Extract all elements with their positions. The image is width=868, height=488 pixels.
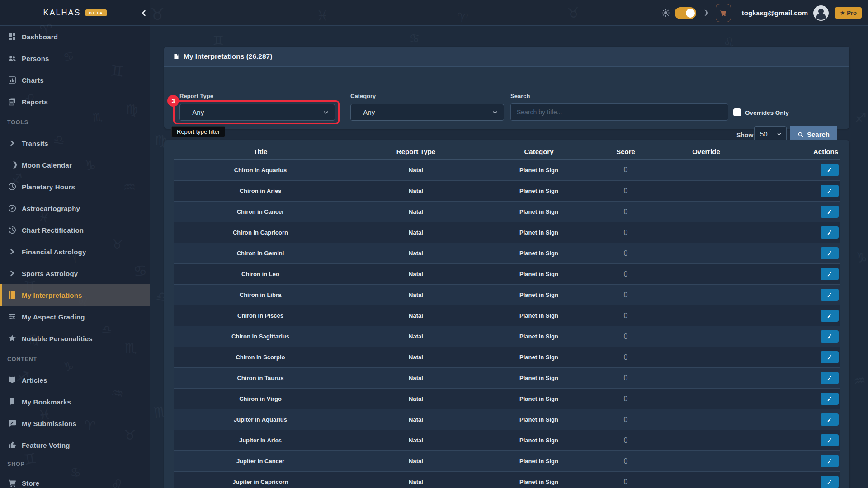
cell-score: 0 (593, 416, 658, 424)
pencil-icon (827, 438, 832, 443)
table-row[interactable]: Chiron in Sagittarius Natal Planet in Si… (174, 326, 840, 347)
table-row[interactable]: Jupiter in Cancer Natal Planet in Sign 0 (174, 450, 840, 471)
edit-button[interactable] (821, 393, 839, 405)
sidebar-section-label: TOOLS (0, 113, 150, 132)
pencil-icon (827, 417, 832, 422)
zodiac-glyph: ♒ (853, 373, 867, 388)
search-icon (797, 131, 804, 138)
cell-title: Jupiter in Cancer (174, 458, 347, 465)
cell-title: Jupiter in Capricorn (174, 479, 347, 485)
sidebar-item-store[interactable]: Store (0, 472, 150, 488)
cell-title: Chiron in Scorpio (174, 354, 347, 361)
category-select[interactable]: -- Any -- (350, 104, 504, 121)
edit-button[interactable] (821, 434, 839, 446)
sidebar-item-planetary-hours[interactable]: Planetary Hours (0, 176, 150, 197)
sidebar-item-notable-personalities[interactable]: Notable Personalities (0, 328, 150, 349)
sidebar-item-financial-astrology[interactable]: Financial Astrology (0, 241, 150, 263)
edit-button[interactable] (821, 310, 839, 322)
theme-toggle[interactable] (675, 7, 696, 19)
cell-actions (754, 413, 840, 426)
sidebar-item-chart-rectification[interactable]: Chart Rectification (0, 219, 150, 241)
cell-report-type: Natal (347, 416, 485, 423)
history-icon (8, 225, 17, 235)
show-label: Show (736, 131, 753, 139)
cell-category: Planet in Sign (485, 333, 593, 340)
sidebar-item-my-interpretations[interactable]: My Interpretations (0, 284, 150, 306)
cell-title: Chiron in Cancer (174, 208, 347, 215)
table-row[interactable]: Chiron in Capricorn Natal Planet in Sign… (174, 222, 840, 243)
table-row[interactable]: Chiron in Aquarius Natal Planet in Sign … (174, 160, 840, 180)
sidebar-item-sports-astrology[interactable]: Sports Astrology (0, 263, 150, 284)
search-input[interactable] (510, 103, 728, 121)
cell-actions (754, 434, 840, 446)
table-row[interactable]: Chiron in Scorpio Natal Planet in Sign 0 (174, 347, 840, 367)
search-button-label: Search (807, 131, 830, 138)
table-row[interactable]: Chiron in Leo Natal Planet in Sign 0 (174, 263, 840, 284)
table-row[interactable]: Chiron in Pisces Natal Planet in Sign 0 (174, 305, 840, 326)
edit-button[interactable] (821, 351, 839, 363)
edit-button[interactable] (821, 206, 839, 218)
cart-button[interactable] (716, 4, 731, 22)
table-row[interactable]: Jupiter in Aries Natal Planet in Sign 0 (174, 430, 840, 450)
edit-button[interactable] (821, 185, 839, 197)
column-header-override: Override (658, 148, 754, 155)
table-row[interactable]: Chiron in Gemini Natal Planet in Sign 0 (174, 243, 840, 263)
table-row[interactable]: Jupiter in Aquarius Natal Planet in Sign… (174, 409, 840, 430)
edit-button[interactable] (821, 476, 839, 488)
sidebar-item-charts[interactable]: Charts (0, 69, 150, 91)
user-avatar-icon[interactable] (813, 5, 829, 21)
edit-button[interactable] (821, 372, 839, 384)
rate-review-icon (8, 419, 17, 428)
sidebar-item-articles[interactable]: Articles (0, 369, 150, 391)
user-email[interactable]: togkasg@gmail.com (742, 9, 808, 17)
table-row[interactable]: Chiron in Taurus Natal Planet in Sign 0 (174, 367, 840, 388)
table-row[interactable]: Chiron in Virgo Natal Planet in Sign 0 (174, 388, 840, 409)
table-row[interactable]: Chiron in Aries Natal Planet in Sign 0 (174, 180, 840, 201)
sidebar-item-astrocartography[interactable]: Astrocartography (0, 197, 150, 219)
sidebar-item-transits[interactable]: Transits (0, 132, 150, 154)
cell-actions (754, 455, 840, 467)
category-value: -- Any -- (357, 108, 381, 116)
zodiac-glyph: ♐ (854, 111, 867, 125)
pencil-icon (827, 167, 832, 173)
report-type-label: Report Type (179, 93, 213, 99)
sidebar-item-moon-calendar[interactable]: Moon Calendar (0, 154, 150, 176)
sidebar-item-my-bookmarks[interactable]: My Bookmarks (0, 391, 150, 413)
cell-score: 0 (593, 187, 658, 195)
sidebar-item-my-submissions[interactable]: My Submissions (0, 413, 150, 434)
table-row[interactable]: Chiron in Cancer Natal Planet in Sign 0 (174, 201, 840, 222)
cell-report-type: Natal (347, 312, 485, 319)
sidebar-item-label: Charts (22, 76, 44, 84)
pro-badge[interactable]: ★ Pro (835, 7, 862, 19)
overrides-only-label: Overrides Only (745, 109, 789, 116)
show-select[interactable]: 50 (754, 126, 787, 141)
cell-actions (754, 289, 840, 301)
cell-category: Planet in Sign (485, 437, 593, 444)
edit-button[interactable] (821, 455, 839, 467)
table-row[interactable]: Jupiter in Capricorn Natal Planet in Sig… (174, 471, 840, 488)
sidebar-item-my-aspect-grading[interactable]: My Aspect Grading (0, 306, 150, 328)
sidebar-item-label: Astrocartography (22, 205, 80, 212)
sidebar-item-feature-voting[interactable]: Feature Voting (0, 434, 150, 456)
edit-button[interactable] (821, 164, 839, 176)
edit-button[interactable] (821, 268, 839, 280)
sidebar-item-reports[interactable]: Reports (0, 91, 150, 113)
cell-report-type: Natal (347, 188, 485, 194)
journal-icon (8, 291, 17, 300)
bookmark-icon (8, 397, 17, 406)
sidebar-item-label: Feature Voting (22, 441, 70, 449)
edit-button[interactable] (821, 330, 839, 343)
overrides-only-checkbox[interactable] (733, 108, 741, 116)
edit-button[interactable] (821, 226, 839, 239)
pencil-icon (827, 209, 832, 215)
sidebar-item-dashboard[interactable]: Dashboard (0, 26, 150, 47)
chevron-down-icon (776, 131, 782, 137)
edit-button[interactable] (821, 247, 839, 259)
cell-report-type: Natal (347, 291, 485, 298)
edit-button[interactable] (821, 289, 839, 301)
sidebar-collapse-icon[interactable] (139, 9, 148, 18)
edit-button[interactable] (821, 413, 839, 426)
table-row[interactable]: Chiron in Libra Natal Planet in Sign 0 (174, 284, 840, 305)
cell-category: Planet in Sign (485, 479, 593, 485)
sidebar-item-persons[interactable]: Persons (0, 47, 150, 69)
